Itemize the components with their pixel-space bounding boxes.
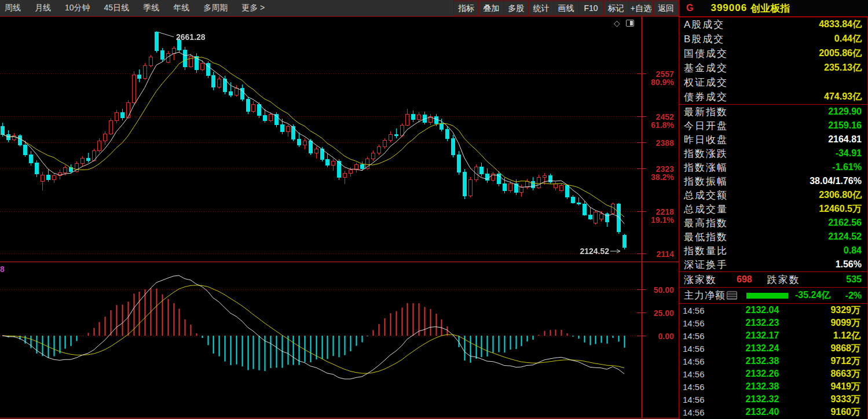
tool-button[interactable]: 叠加 [478, 1, 504, 16]
period-menu-item[interactable]: 更多 > [241, 3, 265, 13]
tick-time: 14:56 [683, 382, 720, 392]
up-count-label: 涨家数 [684, 273, 717, 286]
main-force-pct: -2% [845, 291, 862, 301]
quote-value: 2159.16 [828, 120, 862, 131]
quote-row: 总成交量12460.5万 [679, 202, 867, 216]
quote-row: 指数涨幅-1.61% [679, 160, 867, 174]
kline-chart-area[interactable] [0, 17, 679, 419]
quote-label: 国债成交 [684, 47, 728, 60]
tool-button[interactable]: 多股 [503, 1, 529, 16]
tick-volume: 9419万 [805, 381, 860, 393]
quote-value: 2306.80亿 [819, 189, 862, 201]
quote-row: 深证换手1.56% [679, 258, 867, 271]
tick-time: 14:56 [683, 395, 720, 405]
kline-chart-canvas[interactable] [0, 17, 679, 419]
quote-value: 12460.5万 [819, 203, 862, 215]
tick-row: 14:562132.268663万 [679, 367, 867, 380]
quote-row: 指数量比0.84 [679, 244, 867, 258]
quote-label: 债券成交 [684, 90, 728, 104]
tick-row: 14:562132.329333万 [679, 393, 867, 406]
tool-button[interactable]: F10 [578, 1, 604, 16]
stock-title[interactable]: G 399006 创业板指 [679, 0, 868, 16]
period-menu-item[interactable]: 多周期 [203, 3, 228, 13]
quote-row: B股成交0.44亿 [679, 32, 867, 46]
period-menu-item[interactable]: 季线 [143, 3, 159, 13]
quote-label: 最高指数 [684, 216, 728, 230]
quote-label: 总成交量 [684, 203, 728, 216]
tool-button[interactable]: 画线 [553, 1, 578, 16]
tick-row: 14:562132.249868万 [679, 342, 867, 355]
quote-value: 2129.90 [828, 106, 862, 117]
quote-row: 今日开盘2159.16 [679, 119, 867, 133]
main-force-label: 主力净额 [684, 289, 726, 302]
period-menu-item[interactable]: 10分钟 [65, 3, 90, 13]
quote-label: A股成交 [684, 18, 724, 31]
quote-label: 指数涨跌 [684, 147, 728, 160]
funds-section: A股成交4833.84亿B股成交0.44亿国债成交2005.86亿基金成交235… [679, 17, 867, 105]
quote-value: 2164.81 [828, 134, 862, 145]
down-count-label: 跌家数 [767, 273, 800, 286]
tick-row: 14:562132.171.12亿 [679, 329, 867, 342]
quote-label: 总成交额 [684, 189, 728, 202]
tick-volume: 9329万 [805, 304, 860, 317]
restore-window-icon-fill [630, 21, 633, 25]
restore-window-icon[interactable] [626, 20, 634, 27]
quote-row: 指数涨跌-34.91 [679, 146, 867, 160]
quote-label: 深证换手 [684, 258, 728, 271]
tick-price: 2132.38 [720, 356, 805, 366]
quote-value: -34.91 [836, 148, 862, 159]
tool-buttons: 指标叠加多股统计画线F10标记+自选返回 [454, 0, 679, 16]
tick-volume: 9099万 [805, 317, 860, 329]
up-count-value: 698 [737, 274, 752, 285]
quote-label: 指数振幅 [684, 175, 728, 188]
quote-value: 1.56% [836, 259, 862, 270]
quote-row: 昨日收盘2164.81 [679, 133, 867, 146]
main-force-row: 主力净额 -35.24亿 -2% [679, 288, 867, 304]
period-menu-item[interactable]: 45日线 [104, 3, 130, 13]
down-count-value: 535 [846, 274, 862, 285]
quote-value: 0.84 [844, 245, 862, 256]
quote-row: A股成交4833.84亿 [679, 17, 867, 32]
tool-button[interactable]: +自选 [628, 1, 654, 16]
quote-value: -1.61% [832, 162, 862, 172]
stock-name: 创业板指 [750, 2, 790, 15]
tick-volume: 9160万 [805, 406, 860, 418]
updown-row: 涨家数 698 跌家数 535 [679, 272, 867, 288]
tool-button[interactable]: 标记 [603, 1, 629, 16]
period-menu-item[interactable]: 年线 [173, 3, 189, 13]
tick-time: 14:56 [683, 369, 720, 379]
tick-time: 14:56 [683, 356, 720, 366]
period-menu-item[interactable]: 月线 [35, 3, 51, 13]
index-section: 最新指数2129.90今日开盘2159.16昨日收盘2164.81指数涨跌-34… [679, 105, 867, 272]
quote-value: 2162.56 [828, 218, 862, 228]
quote-label: 指数量比 [684, 244, 728, 258]
period-menu-item[interactable]: 周线 [5, 3, 21, 13]
quote-row: 国债成交2005.86亿 [679, 46, 867, 61]
tick-price: 2132.26 [720, 369, 805, 379]
quote-row: 指数振幅38.04/1.76% [679, 174, 867, 188]
quote-value: 38.04/1.76% [810, 176, 862, 186]
tool-button[interactable]: 返回 [653, 1, 679, 16]
tick-price: 2132.40 [720, 407, 805, 417]
quote-value: 235.13亿 [824, 62, 862, 74]
quote-value: 474.93亿 [824, 91, 862, 103]
tick-volume: 8663万 [805, 368, 860, 380]
tool-button[interactable]: 指标 [453, 1, 479, 16]
tick-row: 14:562132.389419万 [679, 380, 867, 393]
quote-row: 总成交额2306.80亿 [679, 188, 867, 202]
tick-row: 14:562132.239099万 [679, 317, 867, 329]
toolbar: 周线月线10分钟45日线季线年线多周期更多 > 指标叠加多股统计画线F10标记+… [0, 0, 868, 17]
main-force-value: -35.24亿 [795, 289, 830, 302]
tool-button[interactable]: 统计 [528, 1, 554, 16]
tick-price: 2132.32 [720, 394, 805, 405]
quote-label: B股成交 [684, 32, 724, 46]
quote-value: 0.44亿 [834, 33, 862, 45]
tick-price: 2132.17 [720, 330, 805, 341]
detail-list-icon[interactable] [727, 291, 737, 300]
diamond-marker-icon[interactable]: ◇ [614, 19, 620, 27]
quote-value: 4833.84亿 [819, 19, 862, 31]
tick-volume: 9333万 [805, 394, 860, 406]
tick-price: 2132.04 [720, 305, 805, 315]
quote-row: 权证成交 [679, 75, 867, 90]
quote-value: 2124.52 [828, 231, 862, 242]
